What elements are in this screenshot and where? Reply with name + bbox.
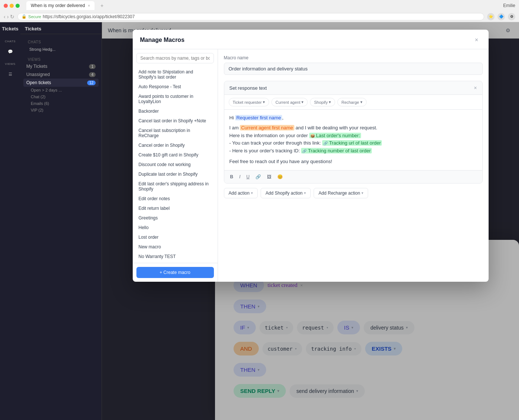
my-tickets-label: My Tickets xyxy=(26,64,47,69)
open-tickets-label: Open tickets xyxy=(26,80,51,85)
macro-item-11[interactable]: Edit order notes xyxy=(136,194,215,204)
requester-first-name-tag: Requester first name xyxy=(235,115,282,120)
response-body: Hi Requester first name, I am Current ag… xyxy=(224,110,482,170)
tickets-nav: CHATS Strong Hedg... VIEWS My Tickets 1 … xyxy=(20,34,102,116)
macro-item-15[interactable]: Lost order xyxy=(136,232,215,242)
macro-item-discount[interactable]: Discount code not working xyxy=(136,160,215,169)
address-box[interactable]: 🔒 Secure https://sfbicycles.gorgias.io/a… xyxy=(17,13,484,20)
var-ticket-requester-btn[interactable]: Ticket requester ▾ xyxy=(229,98,269,106)
extension-icon-1[interactable]: ⭐ xyxy=(487,13,495,20)
create-macro-button[interactable]: + Create macro xyxy=(136,267,214,278)
sidebar-subitem-chat[interactable]: Chat (2) xyxy=(23,93,99,100)
image-button[interactable]: 🖼 xyxy=(265,173,273,180)
var-recharge-btn[interactable]: Recharge ▾ xyxy=(337,98,367,106)
add-shopify-action-button[interactable]: Add Shopify action ▾ xyxy=(261,188,311,198)
close-dot[interactable] xyxy=(4,4,8,8)
maximize-dot[interactable] xyxy=(16,4,20,8)
track-id-tag: 🔗 Tracking number of last order xyxy=(301,148,372,153)
tab-close-icon[interactable]: × xyxy=(88,4,90,8)
var-current-agent-btn[interactable]: Current agent ▾ xyxy=(271,98,308,106)
macro-item-4[interactable]: Cancel last order in Shopify +Note xyxy=(136,116,215,126)
macro-item-12[interactable]: Edit return label xyxy=(136,204,215,213)
macro-item-7[interactable]: Create $10 gift card in Shopify xyxy=(136,150,215,160)
url-text: https://sfbicycles.gorgias.io/app/ticket… xyxy=(43,14,135,19)
var-chevron-icon-3: ▾ xyxy=(360,100,363,105)
macro-item-13[interactable]: Greetings xyxy=(136,213,215,223)
add-recharge-action-button[interactable]: Add Recharge action ▾ xyxy=(314,188,368,198)
macro-item-3[interactable]: Backorder xyxy=(136,106,215,116)
macros-search xyxy=(133,49,218,67)
bold-button[interactable]: B xyxy=(229,173,235,180)
window-controls[interactable] xyxy=(4,4,20,8)
new-tab-icon[interactable]: + xyxy=(100,3,103,9)
modal-close-button[interactable]: × xyxy=(472,36,481,44)
open-tickets-badge: 12 xyxy=(87,80,96,85)
forward-icon[interactable]: › xyxy=(7,14,9,20)
sidebar-chat-icon[interactable]: 💬 xyxy=(3,46,18,57)
macro-item-9[interactable]: Duplicate last order in Shopify xyxy=(136,169,215,179)
minimize-dot[interactable] xyxy=(10,4,14,8)
macros-search-input[interactable] xyxy=(136,53,214,63)
sidebar-views-icon[interactable]: ☰ xyxy=(3,69,18,80)
var-chevron-icon-0: ▾ xyxy=(263,100,265,105)
macros-footer: + Create macro xyxy=(133,263,218,282)
tickets-title: Tickets xyxy=(25,26,42,32)
response-line-greeting: Hi Requester first name, xyxy=(229,114,477,122)
sidebar-item-unassigned[interactable]: Unassigned 4 xyxy=(23,70,99,79)
italic-button[interactable]: I xyxy=(238,173,242,180)
response-close-icon[interactable]: × xyxy=(474,85,477,91)
response-title: Set response text xyxy=(229,85,267,91)
macro-item-0[interactable]: Add note to Shipstation and Shopify's la… xyxy=(136,67,215,82)
strong-hedge-item[interactable]: Strong Hedg... xyxy=(25,45,97,54)
sidebar-subitem-emails[interactable]: Emails (6) xyxy=(23,100,99,107)
tickets-header: Tickets xyxy=(20,22,102,34)
back-icon[interactable]: ‹ xyxy=(4,14,6,20)
response-line-5: Feel free to reach out if you have any q… xyxy=(229,158,477,166)
response-line-1: I am Current agent first name and I will… xyxy=(229,124,477,132)
views-section-header: VIEWS xyxy=(23,56,99,62)
macro-item-14[interactable]: Hello xyxy=(136,223,215,232)
macro-item-1[interactable]: Auto Response - Test xyxy=(136,82,215,92)
response-section: Set response text × Ticket requester ▾ xyxy=(224,81,483,183)
response-line-4: - Here is your order's tracking ID: 🔗 Tr… xyxy=(229,147,477,155)
sidebar-item-my-tickets[interactable]: My Tickets 1 xyxy=(23,62,99,70)
extension-icon-2[interactable]: 🔷 xyxy=(497,13,505,20)
var-chevron-icon-1: ▾ xyxy=(301,100,304,105)
macros-list: Add note to Shipstation and Shopify's la… xyxy=(133,67,218,263)
browser-tab[interactable]: When is my order delivered × xyxy=(26,1,95,10)
var-chevron-icon-2: ▾ xyxy=(329,100,331,105)
unassigned-badge: 4 xyxy=(89,72,96,77)
tab-title: When is my order delivered xyxy=(31,3,85,8)
browser-chrome: When is my order delivered × + Emilie ‹ … xyxy=(0,0,519,22)
link-button[interactable]: 🔗 xyxy=(254,173,262,180)
macro-item-10[interactable]: Edit last order's shipping address in Sh… xyxy=(136,179,215,194)
sidebar-item-open-tickets[interactable]: Open tickets 12 xyxy=(23,79,99,87)
macro-item-2[interactable]: Award points to customer in LoyaltyLion xyxy=(136,92,215,106)
nav-arrows[interactable]: ‹ › ↻ xyxy=(4,14,14,20)
emoji-button[interactable]: 😊 xyxy=(276,173,284,180)
var-shopify-btn[interactable]: Shopify ▾ xyxy=(310,98,335,106)
main-content: When is my order delivered ⚙ Where is my… xyxy=(102,22,519,420)
reload-icon[interactable]: ↻ xyxy=(10,14,14,20)
response-line-2: Here is the information on your order 📦 … xyxy=(229,132,477,140)
add-action-button[interactable]: Add action ▾ xyxy=(224,188,258,198)
underline-button[interactable]: U xyxy=(245,173,251,180)
macro-item-no-warranty[interactable]: No Warranty TEST xyxy=(136,252,215,261)
modal-title: Manage Macros xyxy=(140,37,185,43)
macro-item-6[interactable]: Cancel order in Shopify xyxy=(136,140,215,150)
sidebar-subitem-open-2days[interactable]: Open > 2 days ... xyxy=(23,87,99,93)
manage-macros-modal: Manage Macros × Add note to Shipstation … xyxy=(133,30,489,282)
add-action-chevron-icon: ▾ xyxy=(251,191,253,195)
sidebar-tickets-label: Tickets xyxy=(2,26,19,32)
tickets-panel: Tickets CHATS Strong Hedg... VIEWS My Ti… xyxy=(20,22,102,420)
sidebar-subitem-vip[interactable]: VIP (2) xyxy=(23,107,99,113)
macro-name-label: Macro name xyxy=(224,55,483,60)
add-recharge-chevron-icon: ▾ xyxy=(361,191,363,195)
chats-section-header: CHATS xyxy=(23,39,99,45)
macro-item-5[interactable]: Cancel last subscription in ReCharge xyxy=(136,126,215,140)
response-toolbar: B I U 🔗 🖼 😊 xyxy=(224,170,482,183)
sidebar: Tickets CHATS 💬 VIEWS ☰ xyxy=(0,22,20,420)
macros-content: Macro name Order information and deliver… xyxy=(218,49,489,282)
extension-icon-3[interactable]: ⚙ xyxy=(508,13,515,20)
macro-item-16[interactable]: New macro xyxy=(136,242,215,252)
